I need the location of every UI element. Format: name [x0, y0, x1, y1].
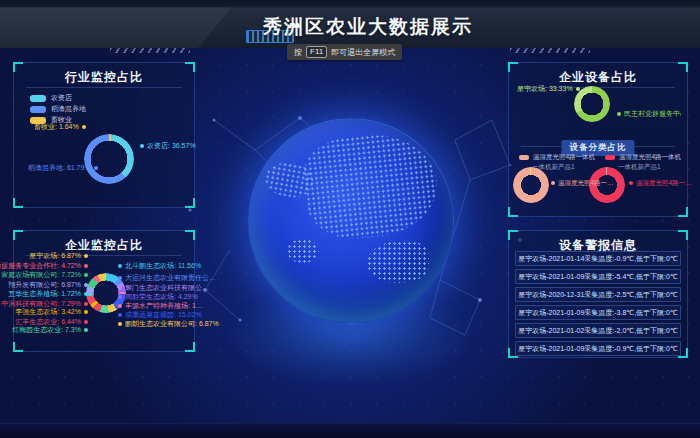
- globe: [248, 118, 454, 324]
- slice-label: 大运河生态农业有限责任公…: [118, 274, 216, 282]
- legend-label: 温湿度光照4路一体机: [619, 153, 681, 162]
- slice-label: 鹏朝生态农业有限公司: 6.87%: [118, 320, 219, 328]
- subtitle-divider: [521, 146, 563, 147]
- panel-enterprise-monitor: 企业监控占比 星宇农场: 6.87% 后援服务专业合作社: 4.72% 家庭农场…: [13, 230, 195, 352]
- alarm-item: 星宇农场-2021-01-14采集温度:-0.9℃,低于下限:0℃: [515, 251, 681, 266]
- slice-label: 翔升发有限公司: 6.87%: [8, 281, 88, 289]
- slice-label-minzhucun: 民主村党群服务中心…: [617, 110, 681, 118]
- slice-label: 周胜荣生态农场: 4.29%: [118, 293, 198, 301]
- legend-label: 稻渔混养地: [51, 104, 86, 114]
- tooltip-suffix: 即可退出全屏模式: [331, 47, 395, 58]
- legend-swatch: [30, 106, 46, 113]
- slice-label: 红梅园生态农业: 7.3%: [12, 326, 88, 334]
- corner-bracket: [678, 207, 688, 217]
- legend-label: 农资店: [51, 93, 72, 103]
- alarm-item: 星宇农场-2020-12-31采集温度:-2.5℃,低于下限:0℃: [515, 287, 681, 302]
- header-hatch-decoration: [110, 48, 190, 53]
- alarm-item: 星宇农场-2021-01-09采集温度:-3.8℃,低于下限:0℃: [515, 305, 681, 320]
- slice-label: 后援服务专业合作社: 4.72%: [0, 262, 88, 270]
- footer-strip: [0, 423, 700, 438]
- globe-continent-dots: [262, 159, 315, 201]
- legend-swatch: [519, 155, 529, 160]
- legend-item-nongzidian[interactable]: 农资店: [30, 93, 72, 103]
- panel-equipment: 企业设备占比 星宇农场: 33.33% 民主村党群服务中心… 设备分类占比 温湿…: [508, 62, 688, 217]
- category-left-legend-1[interactable]: 温湿度光照4路一体机: [519, 153, 595, 162]
- slice-label: 丰源水产特种养殖场: 1…: [118, 302, 203, 310]
- slice-label-daoyu: 稻渔混养地: 61.79%: [28, 164, 98, 172]
- corner-bracket: [13, 342, 23, 352]
- panel-title-equipment: 企业设备占比: [509, 69, 687, 86]
- slice-label: 中润科技有限公司: 7.29%: [1, 300, 88, 308]
- slice-label-xumuye: 畜牧业: 1.64%: [34, 123, 86, 131]
- title-divider: [26, 87, 182, 88]
- slice-label: 家庭农场有限公司: 7.72%: [1, 271, 88, 279]
- slice-label: 聚门生态农业科技有限公…: [118, 284, 209, 292]
- legend-label: 温湿度光照4路一体机: [533, 153, 595, 162]
- header-hatch-decoration: [510, 48, 590, 53]
- category-left-donut-chart[interactable]: [513, 167, 549, 203]
- legend-swatch: [605, 155, 615, 160]
- slice-label-xingyu: 星宇农场: 33.33%: [517, 85, 580, 93]
- corner-bracket: [13, 198, 23, 208]
- header: 秀洲区农业大数据展示: [0, 0, 700, 48]
- slice-label-nongzidian: 农资店: 36.57%: [140, 142, 196, 150]
- corner-bracket: [185, 198, 195, 208]
- slice-label: 成康蔬菜直播园: 15.02%: [118, 311, 202, 319]
- alarm-item: 星宇农场-2021-01-09采集温度:-5.4℃,低于下限:0℃: [515, 269, 681, 284]
- page-title: 秀洲区农业大数据展示: [18, 14, 700, 40]
- globe-continent-dots: [367, 241, 429, 283]
- slice-label: 李强生态农场: 3.42%: [15, 308, 88, 316]
- legend-item-daoyu[interactable]: 稻渔混养地: [30, 104, 86, 114]
- subtitle-divider: [633, 146, 675, 147]
- tooltip-prefix: 按: [294, 47, 302, 58]
- f11-key-badge: F11: [306, 46, 327, 58]
- panel-industry-monitor: 行业监控占比 农资店 稻渔混养地 畜牧业 畜牧业: 1.64% 农资店: 36.…: [13, 62, 195, 208]
- fullscreen-tooltip: 按 F11 即可退出全屏模式: [287, 44, 402, 60]
- globe-continent-dots: [300, 128, 442, 243]
- category-left-callout: 温湿度光照4路一…: [551, 179, 614, 187]
- slice-label: 五华生态养殖场: 1.72%: [8, 290, 88, 298]
- legend-swatch: [30, 95, 46, 102]
- slice-label: 星宇农场: 6.87%: [29, 252, 88, 260]
- category-right-legend-2[interactable]: 一体机新产品1: [618, 163, 661, 172]
- globe-continent-dots: [287, 239, 319, 263]
- panel-title-industry: 行业监控占比: [14, 69, 194, 86]
- slice-label: 北斗鹏生态农场: 11.56%: [118, 262, 201, 270]
- alarm-item: 星宇农场-2021-01-02采集温度:-2.0℃,低于下限:0℃: [515, 323, 681, 338]
- corner-bracket: [185, 342, 195, 352]
- panel-alarms: 设备警报信息 星宇农场-2021-01-14采集温度:-0.9℃,低于下限:0℃…: [508, 230, 688, 358]
- alarm-item: 星宇农场-2021-01-09采集温度:-0.9℃,低于下限:0℃: [515, 341, 681, 356]
- category-right-legend-1[interactable]: 温湿度光照4路一体机: [605, 153, 681, 162]
- category-right-callout: 温湿度光照4路一…: [629, 179, 692, 187]
- legend-label: 一体机新产品1: [618, 163, 661, 172]
- slice-label: 汇丰生态农业: 6.44%: [15, 318, 88, 326]
- corner-bracket: [508, 207, 518, 217]
- industry-donut-chart[interactable]: [84, 134, 134, 184]
